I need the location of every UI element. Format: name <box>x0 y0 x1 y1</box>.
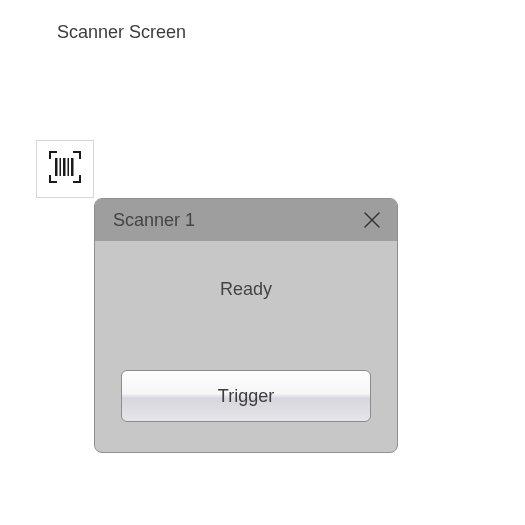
dialog-title: Scanner 1 <box>113 210 195 231</box>
page-title: Scanner Screen <box>57 22 186 43</box>
trigger-button[interactable]: Trigger <box>121 370 371 422</box>
svg-rect-3 <box>68 158 70 176</box>
barcode-icon <box>48 150 82 188</box>
svg-rect-4 <box>71 158 74 176</box>
status-text: Ready <box>220 279 272 300</box>
svg-rect-1 <box>60 158 62 176</box>
svg-rect-0 <box>55 158 58 176</box>
barcode-scan-button[interactable] <box>36 140 94 198</box>
scanner-dialog: Scanner 1 Ready Trigger <box>94 198 398 453</box>
close-icon[interactable] <box>361 209 383 231</box>
dialog-titlebar: Scanner 1 <box>95 199 397 241</box>
dialog-body: Ready Trigger <box>95 241 397 452</box>
svg-rect-2 <box>63 158 66 176</box>
